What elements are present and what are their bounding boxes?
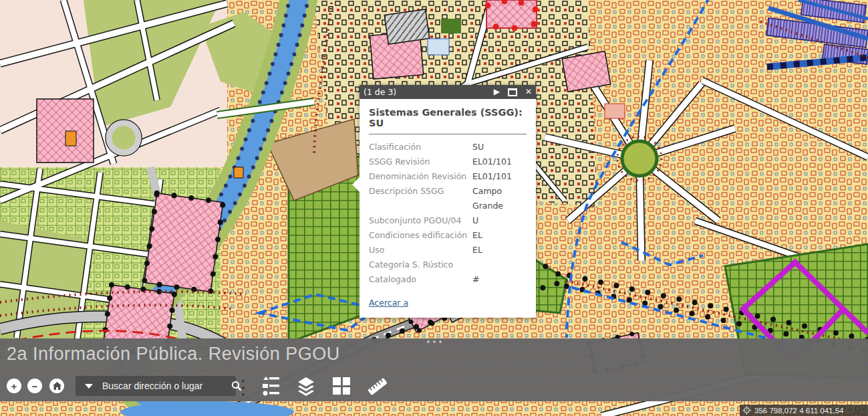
legend-button[interactable] bbox=[261, 376, 281, 396]
field-row: Catalogado # bbox=[369, 272, 527, 287]
layers-icon bbox=[295, 376, 317, 397]
zoom-in-button[interactable]: + bbox=[7, 379, 21, 393]
layers-button[interactable] bbox=[295, 376, 317, 397]
popup-pointer bbox=[352, 177, 359, 192]
app-window: (1 de 3) ▶ ✕ Sistemas Generales (SSGG): … bbox=[0, 0, 868, 416]
map-roundabout bbox=[106, 120, 142, 156]
crosshair-icon[interactable] bbox=[742, 406, 751, 415]
map-monument-block bbox=[485, 0, 539, 31]
field-row: Uso EL bbox=[369, 243, 527, 257]
legend-icon bbox=[261, 376, 281, 396]
field-row: Subconjunto PGOU/04 U bbox=[369, 213, 527, 228]
field-row: Denominación Revisión EL01/101 bbox=[369, 169, 527, 184]
maximize-icon[interactable] bbox=[508, 88, 517, 96]
kebab-menu-icon[interactable] bbox=[241, 379, 246, 397]
coordinate-widget: 356 798,072 4 611 041,54 bbox=[740, 405, 868, 416]
map-orange-parcel bbox=[65, 131, 76, 146]
field-row: Clasificación SU bbox=[369, 140, 527, 154]
attribute-table-handle[interactable] bbox=[427, 340, 442, 343]
home-icon bbox=[53, 382, 61, 390]
home-button[interactable] bbox=[49, 379, 64, 393]
field-row: Condiciones edificación EL bbox=[369, 228, 527, 243]
zoom-to-link[interactable]: Acercar a bbox=[369, 298, 408, 308]
map-gray-hatch-block bbox=[384, 9, 430, 44]
field-row: SSGG Revisión EL01/101 bbox=[369, 154, 527, 169]
feature-popup: (1 de 3) ▶ ✕ Sistemas Generales (SSGG): … bbox=[359, 85, 536, 318]
popup-title: Sistemas Generales (SSGG): SU bbox=[369, 107, 527, 128]
measure-icon bbox=[366, 376, 389, 397]
basemap-gallery-button[interactable] bbox=[331, 376, 351, 396]
search-input[interactable] bbox=[101, 380, 225, 392]
field-row: Descripción SSGG Campo Grande bbox=[369, 184, 527, 213]
bottom-bar: 2a Información Pública. Revisión PGOU + … bbox=[0, 338, 868, 401]
page-title: 2a Información Pública. Revisión PGOU bbox=[7, 344, 340, 365]
popup-header: (1 de 3) ▶ ✕ bbox=[359, 85, 536, 99]
basemap-grid-icon bbox=[331, 376, 351, 396]
next-feature-icon[interactable]: ▶ bbox=[494, 85, 500, 99]
field-row: Categoría S. Rústico bbox=[369, 257, 527, 272]
zoom-out-button[interactable]: − bbox=[27, 379, 42, 393]
measure-button[interactable] bbox=[366, 376, 389, 397]
popup-pager: (1 de 3) bbox=[364, 87, 396, 97]
chevron-down-icon[interactable] bbox=[85, 384, 93, 389]
coordinates-readout: 356 798,072 4 611 041,54 bbox=[754, 407, 843, 415]
close-icon[interactable]: ✕ bbox=[525, 85, 532, 99]
popup-body: Sistemas Generales (SSGG): SU Clasificac… bbox=[359, 99, 536, 318]
search-widget bbox=[76, 376, 236, 396]
